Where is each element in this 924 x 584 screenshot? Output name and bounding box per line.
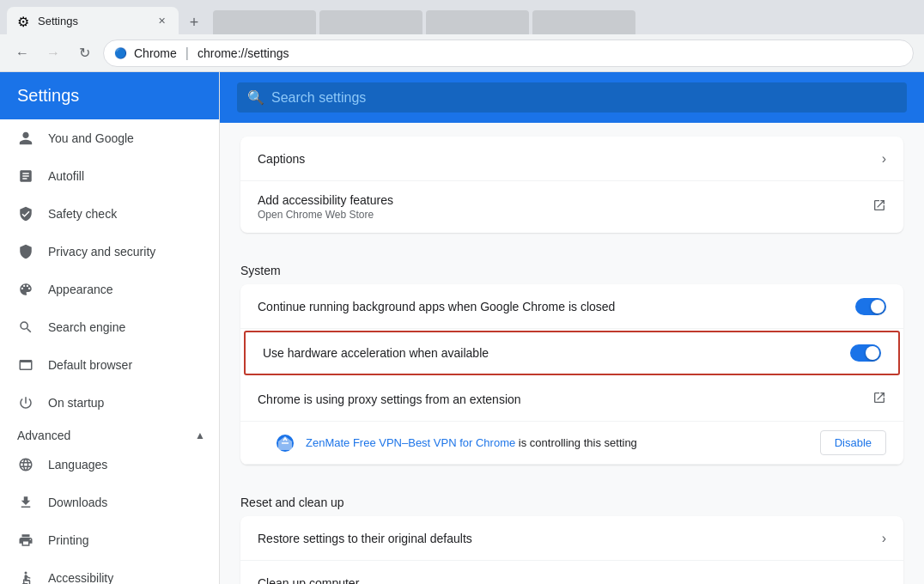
zenmate-link[interactable]: ZenMate Free VPN–Best VPN for Chrome (306, 436, 515, 449)
hardware-accel-toggle[interactable] (850, 344, 881, 362)
other-tab-4[interactable] (532, 10, 635, 34)
continue-running-action (855, 298, 886, 315)
sidebar-scroll: You and Google Autofill Safety check Pri… (0, 119, 219, 584)
forward-button[interactable]: → (41, 41, 65, 65)
sidebar-item-autofill[interactable]: Autofill (0, 157, 219, 195)
globe-icon (17, 456, 34, 473)
sidebar-item-you-and-google[interactable]: You and Google (0, 119, 219, 157)
continue-running-item[interactable]: Continue running background apps when Go… (240, 284, 903, 329)
sidebar-item-label: Search engine (48, 320, 125, 334)
reset-card: Restore settings to their original defau… (240, 516, 903, 584)
zenmate-suffix: is controlling this setting (519, 436, 637, 449)
cleanup-computer-item[interactable]: Clean up computer (240, 561, 903, 584)
search-icon: 🔍 (247, 89, 264, 106)
hardware-accel-action (850, 344, 881, 362)
other-tab-3[interactable] (426, 10, 529, 34)
captions-item[interactable]: Captions › (240, 137, 903, 181)
restore-action: › (882, 531, 886, 546)
sidebar-header: Settings (0, 72, 219, 119)
tab-close-button[interactable]: ✕ (155, 14, 168, 27)
back-button[interactable]: ← (10, 41, 34, 65)
toggle-thumb (871, 300, 884, 313)
browser-chrome: ⚙ Settings ✕ + ← → ↻ 🔵 Chrome | chrome:/… (0, 0, 924, 72)
sidebar-item-label: You and Google (48, 131, 134, 145)
advanced-section-label: Advanced (17, 429, 70, 442)
sidebar-item-label: Safety check (48, 207, 117, 221)
search-input-wrap[interactable]: 🔍 (237, 82, 907, 113)
advanced-section-header[interactable]: Advanced ▲ (0, 422, 219, 446)
svg-point-0 (25, 572, 27, 575)
address-favicon-icon: 🔵 (114, 47, 127, 59)
print-icon (17, 532, 34, 549)
sidebar-item-search-engine[interactable]: Search engine (0, 308, 219, 346)
other-tab-2[interactable] (319, 10, 422, 34)
add-accessibility-item[interactable]: Add accessibility features Open Chrome W… (240, 181, 903, 233)
add-accessibility-subtitle: Open Chrome Web Store (258, 209, 872, 221)
sidebar-item-on-startup[interactable]: On startup (0, 384, 219, 422)
captions-action: › (882, 151, 886, 167)
restore-chevron-icon: › (882, 531, 886, 546)
address-bar[interactable]: 🔵 Chrome | chrome://settings (103, 40, 914, 67)
captions-text: Captions (258, 152, 882, 166)
active-tab[interactable]: ⚙ Settings ✕ (7, 7, 179, 34)
proxy-text: Chrome is using proxy settings from an e… (258, 392, 872, 406)
tab-favicon-icon: ⚙ (17, 14, 31, 27)
sidebar-item-printing[interactable]: Printing (0, 521, 219, 559)
zenmate-text: ZenMate Free VPN–Best VPN for Chrome is … (306, 436, 810, 449)
other-tab-1[interactable] (213, 10, 316, 34)
hardware-accel-item[interactable]: Use hardware acceleration when available (244, 331, 900, 375)
new-tab-button[interactable]: + (182, 10, 206, 34)
disable-button[interactable]: Disable (820, 430, 886, 455)
shield-check-icon (17, 205, 34, 222)
sidebar-item-label: On startup (48, 396, 104, 410)
sidebar-item-privacy-security[interactable]: Privacy and security (0, 233, 219, 271)
palette-icon (17, 281, 34, 298)
cleanup-text: Clean up computer (258, 576, 886, 584)
sidebar-item-languages[interactable]: Languages (0, 446, 219, 484)
restore-title: Restore settings to their original defau… (258, 532, 882, 545)
accessibility-icon (17, 569, 34, 584)
sidebar: Settings You and Google Autofill S (0, 72, 220, 584)
system-section-heading: System (240, 253, 903, 284)
autofill-icon (17, 167, 34, 185)
restore-settings-item[interactable]: Restore settings to their original defau… (240, 516, 903, 561)
content-area: 🔍 Captions › Add accessibility features (220, 72, 924, 584)
sidebar-item-label: Languages (48, 458, 107, 471)
zenmate-icon (275, 433, 295, 453)
continue-running-toggle[interactable] (855, 298, 886, 315)
sidebar-item-downloads[interactable]: Downloads (0, 484, 219, 521)
reload-button[interactable]: ↻ (72, 41, 96, 65)
sidebar-item-default-browser[interactable]: Default browser (0, 346, 219, 384)
content-body: Captions › Add accessibility features Op… (220, 123, 924, 584)
reset-section-heading: Reset and clean up (240, 485, 903, 516)
app-container: Settings You and Google Autofill S (0, 72, 924, 584)
zenmate-row: ZenMate Free VPN–Best VPN for Chrome is … (240, 422, 903, 465)
sidebar-title: Settings (17, 86, 79, 105)
cleanup-title: Clean up computer (258, 576, 886, 584)
privacy-shield-icon (17, 243, 34, 260)
sidebar-item-label: Default browser (48, 358, 132, 372)
sidebar-item-label: Autofill (48, 169, 84, 183)
search-engine-icon (17, 319, 34, 336)
search-input[interactable] (271, 90, 897, 106)
person-icon (17, 130, 34, 147)
toggle-thumb (866, 346, 879, 360)
add-accessibility-text: Add accessibility features Open Chrome W… (258, 193, 872, 221)
search-bar: 🔍 (220, 72, 924, 123)
add-accessibility-action (872, 198, 886, 216)
system-card: Continue running background apps when Go… (240, 284, 903, 465)
sidebar-item-label: Downloads (48, 496, 107, 509)
sidebar-item-label: Privacy and security (48, 245, 155, 259)
advanced-chevron-up-icon: ▲ (195, 429, 205, 441)
sidebar-item-label: Accessibility (48, 571, 113, 584)
proxy-item[interactable]: Chrome is using proxy settings from an e… (240, 377, 903, 422)
power-icon (17, 394, 34, 411)
proxy-action (872, 391, 886, 408)
add-accessibility-title: Add accessibility features (258, 193, 872, 207)
sidebar-item-label: Appearance (48, 283, 113, 296)
tab-bar: ⚙ Settings ✕ + (0, 0, 924, 34)
sidebar-item-accessibility[interactable]: Accessibility (0, 559, 219, 584)
address-url: chrome://settings (198, 46, 289, 60)
sidebar-item-safety-check[interactable]: Safety check (0, 195, 219, 233)
sidebar-item-appearance[interactable]: Appearance (0, 271, 219, 308)
